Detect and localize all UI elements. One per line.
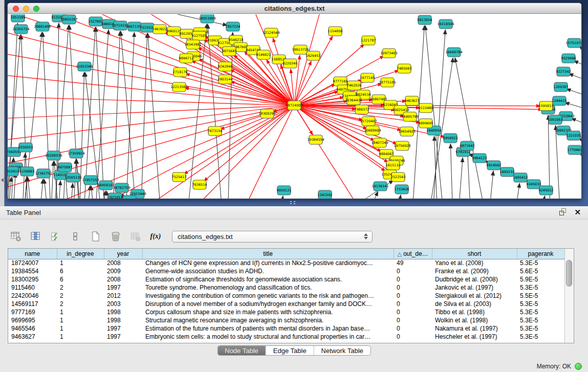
graph-node-label: 19384554 — [307, 138, 324, 142]
table-selector-dropdown[interactable]: citations_edges.txt — [172, 231, 373, 243]
graph-edge — [468, 151, 471, 199]
table-cell-in_degree: 1 — [57, 308, 104, 316]
network-view-window[interactable]: citations_edges.txt 20533852035572420691… — [7, 3, 582, 199]
close-window-button[interactable] — [13, 6, 19, 12]
network-window-titlebar[interactable]: citations_edges.txt — [8, 3, 581, 14]
graph-node-label: 1595813 — [539, 104, 554, 108]
table-cell-out_degree: 0 — [394, 324, 432, 333]
graph-node-label: 1677145 — [360, 76, 375, 80]
table-panel-header: Table Panel ✕ — [0, 206, 588, 220]
graph-node-label: 9875685 — [222, 49, 237, 53]
application-desktop: citations_edges.txt 20533852035572420691… — [0, 0, 588, 206]
table-settings-icon[interactable] — [9, 230, 23, 243]
graph-node-label: 1156863 — [20, 169, 35, 173]
table-cell-name: 18724007 — [8, 259, 57, 267]
graph-node-label: 9777169 — [333, 79, 348, 83]
table-cell-short: Hescheler et al. (1997) — [432, 333, 517, 341]
column-header-short[interactable]: short — [432, 249, 517, 259]
column-header-title[interactable]: title — [142, 249, 394, 259]
graph-node-label: 1091063 — [548, 118, 563, 122]
graph-edge — [141, 33, 147, 199]
table-row[interactable]: 946554611997Estimation of the future num… — [8, 324, 564, 333]
graph-node-label: 7673154 — [208, 129, 223, 133]
network-canvas[interactable]: 2053385203557242069140681310541065528715… — [8, 14, 581, 199]
row-height-icon[interactable] — [69, 230, 82, 243]
graph-node-label: 10025418 — [392, 108, 409, 112]
table-row[interactable]: 1456911722003Disruption of a novel membe… — [8, 300, 564, 308]
memory-status-label: Memory: OK — [537, 363, 571, 370]
table-row[interactable]: 969969511998Structural magnetic resonanc… — [8, 316, 564, 324]
graph-edge — [458, 158, 463, 199]
table-cell-name: 22420046 — [8, 292, 57, 300]
zoom-window-button[interactable] — [33, 6, 39, 12]
table-cell-short: Dudbridge et al. (2008) — [432, 275, 517, 283]
column-header-in_degree[interactable]: in_degree — [57, 249, 104, 259]
table-cell-out_degree: 49 — [394, 259, 432, 267]
table-row[interactable]: 2242004622012Investigating the contribut… — [8, 292, 564, 300]
graph-node-label: 1695412 — [513, 176, 528, 180]
column-header-pagerank[interactable]: pagerank — [517, 249, 564, 259]
column-header-year[interactable]: year — [104, 249, 142, 259]
graph-node-label: 9242848 — [218, 64, 233, 69]
close-icon[interactable]: ✕ — [574, 208, 581, 216]
left-gutter — [0, 0, 5, 206]
table-cell-short: Yano et al. (2008) — [432, 259, 517, 267]
table-cell-name: 14569117 — [8, 300, 57, 308]
table-cell-title: Estimation of significance thresholds fo… — [142, 275, 394, 283]
graph-node-label: 16782759 — [113, 186, 130, 190]
table-cell-pagerank: 5.5E-5 — [517, 292, 564, 300]
graph-edge — [58, 181, 60, 199]
column-header-name[interactable]: name — [8, 249, 57, 259]
graph-node-label: 2239871 — [122, 198, 137, 199]
graph-node-label: 19654923 — [398, 129, 415, 134]
split-pane-handle[interactable] — [290, 201, 296, 205]
table-row[interactable]: 1830029562008Estimation of significance … — [8, 275, 564, 283]
tab-edge-table[interactable]: Edge Table — [266, 346, 314, 355]
graph-edge — [565, 102, 581, 110]
tab-network-table[interactable]: Network Table — [314, 346, 371, 355]
minimize-window-button[interactable] — [23, 6, 29, 12]
graph-edge — [566, 89, 581, 96]
select-all-icon[interactable]: ✓✓ — [49, 230, 62, 243]
graph-node-label: 16543982 — [184, 42, 201, 47]
graph-edge — [540, 196, 545, 199]
graph-node-label: 1921053 — [108, 195, 123, 199]
delete-column-icon[interactable]: x — [129, 230, 142, 243]
table-row[interactable]: 1872400712008Changes of HCN gene express… — [8, 259, 564, 267]
graph-node-label: 7485083 — [397, 67, 412, 71]
table-cell-in_degree: 2 — [57, 300, 104, 308]
table-row[interactable]: 946362711997Embryonic stem cells: a mode… — [8, 333, 564, 341]
vertical-scrollbar[interactable] — [564, 249, 574, 343]
graph-node-label: 16053809 — [199, 16, 215, 20]
graph-node-label: 9884067 — [379, 152, 394, 156]
new-table-icon[interactable] — [89, 230, 102, 243]
table-cell-out_degree: 0 — [394, 308, 432, 316]
graph-node-label: 17359924 — [68, 151, 84, 156]
table-cell-out_degree: 0 — [394, 333, 432, 341]
graph-edge — [208, 24, 223, 199]
tab-node-table[interactable]: Node Table — [217, 346, 266, 355]
column-header-out_degree[interactable]: △out_de… — [394, 249, 432, 259]
table-cell-pagerank: 5.3E-5 — [517, 333, 564, 341]
scrollbar-thumb[interactable] — [566, 260, 572, 287]
collapse-left-panel-icon[interactable] — [1, 178, 4, 182]
table-cell-year: 2008 — [104, 259, 142, 267]
graph-node-label: 1733426 — [395, 187, 409, 191]
table-row[interactable]: 977716911998Corpus callosum shape and si… — [8, 308, 564, 316]
float-window-icon[interactable] — [559, 208, 567, 216]
table-row[interactable]: 911546021997Tourette syndrome. Phenomeno… — [8, 283, 564, 292]
graph-node-label: 1221035 — [567, 134, 581, 138]
graph-node-label: 1527602 — [89, 19, 103, 24]
graph-node-label: 19218506 — [437, 22, 454, 26]
graph-node-label: 7857224 — [226, 25, 241, 29]
network-window-title: citations_edges.txt — [265, 5, 325, 12]
table-cell-short: Tibbo et al. (1998) — [432, 308, 517, 316]
function-builder-icon[interactable]: f(x) — [149, 230, 162, 243]
memory-status-icon[interactable] — [575, 363, 582, 370]
graph-node-label: 19756928 — [394, 144, 410, 148]
show-columns-icon[interactable] — [29, 230, 42, 243]
graph-node-label: 21053346 — [76, 64, 93, 69]
graph-node-label: 9546218 — [229, 38, 244, 42]
delete-table-icon[interactable] — [109, 230, 122, 243]
table-row[interactable]: 1938455462009Genome-wide association stu… — [8, 267, 564, 275]
